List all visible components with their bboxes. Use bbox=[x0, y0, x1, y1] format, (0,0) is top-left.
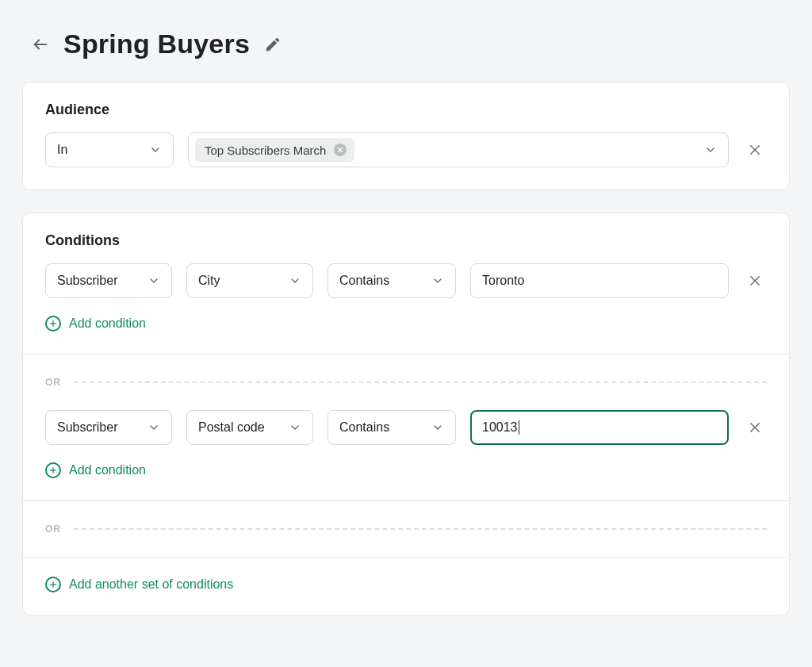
remove-condition-icon[interactable] bbox=[743, 274, 767, 288]
chevron-down-icon bbox=[289, 274, 301, 287]
audience-chip-input[interactable]: Top Subscribers March bbox=[188, 132, 729, 167]
audience-card: Audience In Top Subscribers March bbox=[22, 82, 790, 190]
condition-field-value: City bbox=[198, 274, 220, 288]
chevron-down-icon bbox=[431, 274, 444, 287]
condition-entity-select[interactable]: Subscriber bbox=[45, 410, 172, 445]
divider-line bbox=[74, 528, 767, 530]
conditions-card: Conditions Subscriber City Contains bbox=[22, 213, 790, 615]
condition-operator-select[interactable]: Contains bbox=[327, 410, 456, 445]
chevron-down-icon bbox=[431, 421, 444, 434]
plus-circle-icon bbox=[45, 577, 61, 592]
audience-chip: Top Subscribers March bbox=[195, 138, 354, 162]
condition-operator-value: Contains bbox=[339, 274, 389, 288]
condition-field-value: Postal code bbox=[198, 420, 265, 435]
add-condition-button[interactable]: Add condition bbox=[45, 316, 146, 332]
audience-section-label: Audience bbox=[45, 102, 767, 118]
condition-field-select[interactable]: Postal code bbox=[186, 410, 313, 445]
add-condition-label: Add condition bbox=[69, 463, 146, 477]
divider-line bbox=[74, 381, 767, 383]
add-condition-button[interactable]: Add condition bbox=[45, 462, 146, 478]
back-arrow-icon[interactable] bbox=[32, 36, 49, 53]
plus-circle-icon bbox=[45, 316, 61, 332]
condition-entity-value: Subscriber bbox=[57, 420, 117, 435]
remove-chip-icon[interactable] bbox=[334, 144, 347, 156]
chevron-down-icon bbox=[147, 274, 160, 287]
condition-operator-value: Contains bbox=[339, 420, 389, 435]
condition-value-input[interactable]: 10013 bbox=[470, 410, 729, 445]
add-condition-set-button[interactable]: Add another set of conditions bbox=[45, 577, 233, 592]
text-caret bbox=[519, 420, 519, 435]
condition-row: Subscriber Postal code Contains 10013 bbox=[45, 410, 767, 445]
add-condition-set-label: Add another set of conditions bbox=[69, 577, 233, 592]
chevron-down-icon bbox=[289, 421, 301, 434]
condition-operator-select[interactable]: Contains bbox=[327, 263, 456, 298]
condition-value-text: 10013 bbox=[482, 420, 518, 435]
plus-circle-icon bbox=[45, 462, 61, 478]
or-label: OR bbox=[45, 523, 61, 535]
condition-entity-value: Subscriber bbox=[57, 274, 117, 288]
chevron-down-icon bbox=[149, 144, 162, 156]
condition-row: Subscriber City Contains bbox=[45, 263, 767, 298]
condition-entity-select[interactable]: Subscriber bbox=[45, 263, 172, 298]
chevron-down-icon bbox=[704, 144, 717, 156]
page-header: Spring Buyers bbox=[22, 29, 790, 59]
edit-title-icon[interactable] bbox=[264, 36, 282, 53]
remove-condition-icon[interactable] bbox=[743, 420, 767, 435]
page-title: Spring Buyers bbox=[63, 29, 250, 59]
conditions-section-label: Conditions bbox=[45, 232, 767, 249]
condition-value-input[interactable] bbox=[470, 263, 729, 298]
or-divider: OR bbox=[23, 500, 789, 535]
audience-chip-label: Top Subscribers March bbox=[205, 144, 326, 157]
remove-audience-row-icon[interactable] bbox=[743, 143, 767, 157]
condition-field-select[interactable]: City bbox=[186, 263, 313, 298]
audience-operator-value: In bbox=[57, 143, 67, 157]
chevron-down-icon bbox=[147, 421, 160, 434]
or-label: OR bbox=[45, 377, 61, 388]
audience-operator-select[interactable]: In bbox=[45, 132, 174, 167]
or-divider: OR bbox=[23, 354, 789, 388]
add-condition-label: Add condition bbox=[69, 316, 146, 331]
